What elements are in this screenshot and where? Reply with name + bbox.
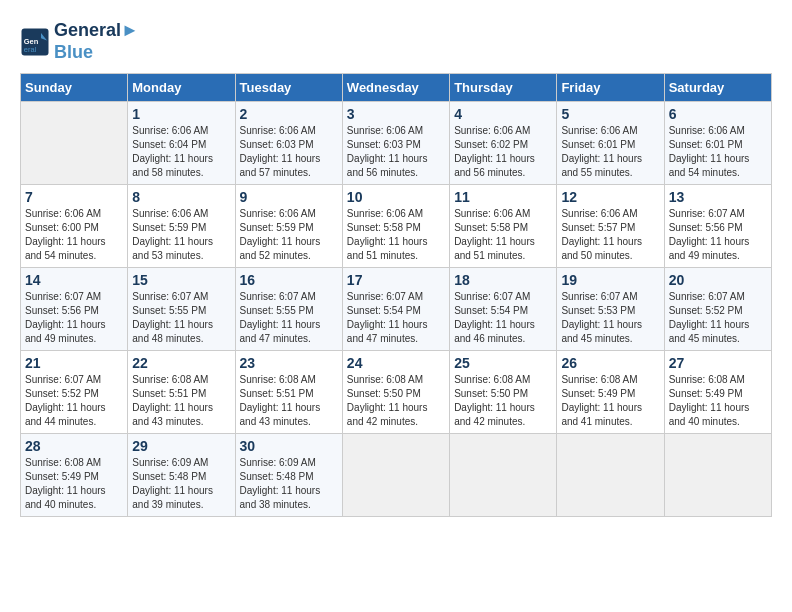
day-info: Sunrise: 6:08 AMSunset: 5:51 PMDaylight:… [240, 373, 338, 429]
weekday-header-friday: Friday [557, 74, 664, 102]
day-number: 3 [347, 106, 445, 122]
day-number: 25 [454, 355, 552, 371]
day-info: Sunrise: 6:07 AMSunset: 5:53 PMDaylight:… [561, 290, 659, 346]
calendar-table: SundayMondayTuesdayWednesdayThursdayFrid… [20, 73, 772, 517]
calendar-cell: 26Sunrise: 6:08 AMSunset: 5:49 PMDayligh… [557, 351, 664, 434]
weekday-header-tuesday: Tuesday [235, 74, 342, 102]
calendar-cell: 22Sunrise: 6:08 AMSunset: 5:51 PMDayligh… [128, 351, 235, 434]
calendar-cell: 19Sunrise: 6:07 AMSunset: 5:53 PMDayligh… [557, 268, 664, 351]
calendar-cell: 15Sunrise: 6:07 AMSunset: 5:55 PMDayligh… [128, 268, 235, 351]
day-info: Sunrise: 6:07 AMSunset: 5:56 PMDaylight:… [25, 290, 123, 346]
day-number: 1 [132, 106, 230, 122]
day-number: 6 [669, 106, 767, 122]
svg-text:eral: eral [24, 44, 37, 53]
weekday-header-monday: Monday [128, 74, 235, 102]
calendar-cell: 6Sunrise: 6:06 AMSunset: 6:01 PMDaylight… [664, 102, 771, 185]
day-info: Sunrise: 6:07 AMSunset: 5:54 PMDaylight:… [347, 290, 445, 346]
day-info: Sunrise: 6:08 AMSunset: 5:51 PMDaylight:… [132, 373, 230, 429]
day-info: Sunrise: 6:06 AMSunset: 6:01 PMDaylight:… [669, 124, 767, 180]
weekday-header-sunday: Sunday [21, 74, 128, 102]
calendar-cell: 20Sunrise: 6:07 AMSunset: 5:52 PMDayligh… [664, 268, 771, 351]
calendar-cell: 17Sunrise: 6:07 AMSunset: 5:54 PMDayligh… [342, 268, 449, 351]
weekday-header-thursday: Thursday [450, 74, 557, 102]
calendar-cell: 7Sunrise: 6:06 AMSunset: 6:00 PMDaylight… [21, 185, 128, 268]
day-info: Sunrise: 6:09 AMSunset: 5:48 PMDaylight:… [240, 456, 338, 512]
calendar-cell: 16Sunrise: 6:07 AMSunset: 5:55 PMDayligh… [235, 268, 342, 351]
calendar-cell: 8Sunrise: 6:06 AMSunset: 5:59 PMDaylight… [128, 185, 235, 268]
calendar-week-4: 21Sunrise: 6:07 AMSunset: 5:52 PMDayligh… [21, 351, 772, 434]
day-info: Sunrise: 6:06 AMSunset: 6:04 PMDaylight:… [132, 124, 230, 180]
calendar-cell: 13Sunrise: 6:07 AMSunset: 5:56 PMDayligh… [664, 185, 771, 268]
calendar-cell: 28Sunrise: 6:08 AMSunset: 5:49 PMDayligh… [21, 434, 128, 517]
day-info: Sunrise: 6:06 AMSunset: 5:59 PMDaylight:… [132, 207, 230, 263]
day-number: 20 [669, 272, 767, 288]
day-info: Sunrise: 6:07 AMSunset: 5:55 PMDaylight:… [240, 290, 338, 346]
day-number: 23 [240, 355, 338, 371]
day-info: Sunrise: 6:08 AMSunset: 5:49 PMDaylight:… [561, 373, 659, 429]
day-info: Sunrise: 6:08 AMSunset: 5:50 PMDaylight:… [347, 373, 445, 429]
day-number: 10 [347, 189, 445, 205]
calendar-cell: 21Sunrise: 6:07 AMSunset: 5:52 PMDayligh… [21, 351, 128, 434]
calendar-cell: 10Sunrise: 6:06 AMSunset: 5:58 PMDayligh… [342, 185, 449, 268]
day-info: Sunrise: 6:06 AMSunset: 6:00 PMDaylight:… [25, 207, 123, 263]
calendar-cell: 25Sunrise: 6:08 AMSunset: 5:50 PMDayligh… [450, 351, 557, 434]
calendar-cell: 23Sunrise: 6:08 AMSunset: 5:51 PMDayligh… [235, 351, 342, 434]
logo-icon: Gen eral [20, 27, 50, 57]
calendar-cell: 24Sunrise: 6:08 AMSunset: 5:50 PMDayligh… [342, 351, 449, 434]
weekday-header-row: SundayMondayTuesdayWednesdayThursdayFrid… [21, 74, 772, 102]
calendar-cell: 2Sunrise: 6:06 AMSunset: 6:03 PMDaylight… [235, 102, 342, 185]
weekday-header-wednesday: Wednesday [342, 74, 449, 102]
calendar-cell: 9Sunrise: 6:06 AMSunset: 5:59 PMDaylight… [235, 185, 342, 268]
day-number: 7 [25, 189, 123, 205]
weekday-header-saturday: Saturday [664, 74, 771, 102]
day-number: 29 [132, 438, 230, 454]
day-number: 18 [454, 272, 552, 288]
day-number: 22 [132, 355, 230, 371]
day-number: 27 [669, 355, 767, 371]
calendar-cell: 12Sunrise: 6:06 AMSunset: 5:57 PMDayligh… [557, 185, 664, 268]
day-info: Sunrise: 6:06 AMSunset: 6:03 PMDaylight:… [240, 124, 338, 180]
day-number: 13 [669, 189, 767, 205]
day-number: 8 [132, 189, 230, 205]
day-info: Sunrise: 6:06 AMSunset: 5:57 PMDaylight:… [561, 207, 659, 263]
day-info: Sunrise: 6:07 AMSunset: 5:54 PMDaylight:… [454, 290, 552, 346]
day-info: Sunrise: 6:07 AMSunset: 5:52 PMDaylight:… [25, 373, 123, 429]
calendar-cell [342, 434, 449, 517]
calendar-body: 1Sunrise: 6:06 AMSunset: 6:04 PMDaylight… [21, 102, 772, 517]
calendar-cell [21, 102, 128, 185]
calendar-cell [664, 434, 771, 517]
day-number: 2 [240, 106, 338, 122]
calendar-cell: 29Sunrise: 6:09 AMSunset: 5:48 PMDayligh… [128, 434, 235, 517]
calendar-cell [450, 434, 557, 517]
day-number: 11 [454, 189, 552, 205]
day-info: Sunrise: 6:08 AMSunset: 5:50 PMDaylight:… [454, 373, 552, 429]
day-number: 28 [25, 438, 123, 454]
day-info: Sunrise: 6:07 AMSunset: 5:56 PMDaylight:… [669, 207, 767, 263]
day-info: Sunrise: 6:07 AMSunset: 5:55 PMDaylight:… [132, 290, 230, 346]
day-number: 21 [25, 355, 123, 371]
logo: Gen eral General► Blue [20, 20, 139, 63]
day-number: 16 [240, 272, 338, 288]
calendar-cell: 30Sunrise: 6:09 AMSunset: 5:48 PMDayligh… [235, 434, 342, 517]
day-info: Sunrise: 6:08 AMSunset: 5:49 PMDaylight:… [669, 373, 767, 429]
day-number: 15 [132, 272, 230, 288]
day-number: 4 [454, 106, 552, 122]
day-number: 14 [25, 272, 123, 288]
calendar-week-2: 7Sunrise: 6:06 AMSunset: 6:00 PMDaylight… [21, 185, 772, 268]
calendar-week-3: 14Sunrise: 6:07 AMSunset: 5:56 PMDayligh… [21, 268, 772, 351]
day-info: Sunrise: 6:09 AMSunset: 5:48 PMDaylight:… [132, 456, 230, 512]
day-number: 26 [561, 355, 659, 371]
day-info: Sunrise: 6:06 AMSunset: 5:58 PMDaylight:… [347, 207, 445, 263]
day-info: Sunrise: 6:06 AMSunset: 5:58 PMDaylight:… [454, 207, 552, 263]
day-info: Sunrise: 6:06 AMSunset: 5:59 PMDaylight:… [240, 207, 338, 263]
calendar-week-5: 28Sunrise: 6:08 AMSunset: 5:49 PMDayligh… [21, 434, 772, 517]
day-number: 19 [561, 272, 659, 288]
logo-text: General► Blue [54, 20, 139, 63]
calendar-cell: 27Sunrise: 6:08 AMSunset: 5:49 PMDayligh… [664, 351, 771, 434]
calendar-cell: 5Sunrise: 6:06 AMSunset: 6:01 PMDaylight… [557, 102, 664, 185]
day-number: 24 [347, 355, 445, 371]
calendar-cell: 4Sunrise: 6:06 AMSunset: 6:02 PMDaylight… [450, 102, 557, 185]
day-number: 5 [561, 106, 659, 122]
day-info: Sunrise: 6:07 AMSunset: 5:52 PMDaylight:… [669, 290, 767, 346]
day-info: Sunrise: 6:06 AMSunset: 6:03 PMDaylight:… [347, 124, 445, 180]
